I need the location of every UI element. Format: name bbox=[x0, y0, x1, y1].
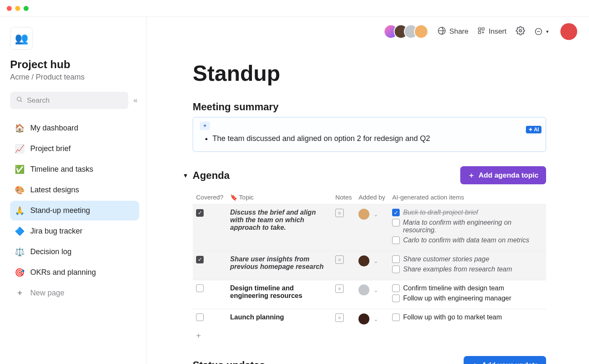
col-topic[interactable]: 🔖Topic bbox=[227, 190, 332, 205]
action-item[interactable]: ✓Buck to draft project brief bbox=[392, 209, 543, 216]
sidebar-item-label: Timeline and tasks bbox=[30, 165, 93, 174]
sidebar-item-label: OKRs and planning bbox=[30, 268, 96, 277]
workspace-icon[interactable]: 👥 bbox=[10, 27, 33, 50]
covered-checkbox[interactable]: ✓ bbox=[196, 256, 204, 263]
col-added-by[interactable]: Added by bbox=[355, 190, 389, 205]
user-avatar[interactable] bbox=[560, 23, 577, 40]
globe-icon bbox=[438, 27, 446, 37]
action-item[interactable]: Follow up with engineering manager bbox=[392, 295, 543, 302]
table-row[interactable]: Design timeline and engineering resource… bbox=[193, 280, 546, 309]
topic-cell[interactable]: Launch planning bbox=[230, 314, 284, 321]
figma-icon: 🎨 bbox=[15, 185, 24, 195]
insert-button[interactable]: Insert bbox=[478, 27, 507, 37]
sidebar-item-project-brief[interactable]: 📈 Project brief bbox=[10, 139, 139, 159]
avatar[interactable] bbox=[358, 314, 369, 324]
settings-button[interactable] bbox=[516, 26, 525, 37]
table-row[interactable]: Launch planning ≡ ⌄ Follow up with go to… bbox=[193, 309, 546, 329]
notes-icon[interactable]: ≡ bbox=[335, 255, 344, 264]
jira-icon: 🔷 bbox=[15, 226, 24, 236]
plus-icon: + bbox=[15, 288, 24, 298]
topic-cell[interactable]: Share user insights from previous homepa… bbox=[230, 255, 324, 270]
action-checkbox[interactable] bbox=[392, 266, 400, 273]
presence-avatars[interactable] bbox=[388, 24, 428, 39]
add-row-button[interactable]: + bbox=[193, 329, 546, 343]
add-update-label: Add your update bbox=[482, 361, 539, 364]
chevron-down-icon[interactable]: ⌄ bbox=[374, 211, 378, 218]
sidebar-item-standup-meeting[interactable]: 🙏 Stand-up meeting bbox=[10, 201, 139, 221]
action-item[interactable]: Confirm timeline with design team bbox=[392, 284, 543, 292]
status-heading: Status updates bbox=[193, 359, 265, 364]
table-row[interactable]: ✓ Share user insights from previous home… bbox=[193, 251, 546, 280]
action-item[interactable]: Share customer stories page bbox=[392, 255, 543, 263]
sidebar-item-label: Stand-up meeting bbox=[30, 206, 90, 215]
sidebar-item-decision-log[interactable]: ⚖️ Decision log bbox=[10, 242, 139, 262]
search-placeholder: Search bbox=[27, 96, 50, 105]
action-item[interactable]: Follow up with go to market team bbox=[392, 314, 543, 321]
sidebar-collapse-button[interactable]: « bbox=[132, 96, 139, 105]
summary-bullet[interactable]: The team discussed and aligned on option… bbox=[212, 134, 539, 143]
action-checkbox[interactable] bbox=[392, 284, 400, 292]
sparkle-icon: ✦ bbox=[200, 122, 210, 130]
chevron-down-icon[interactable]: ⌄ bbox=[374, 258, 378, 264]
col-ai-actions[interactable]: AI-generated action items bbox=[389, 190, 546, 205]
ai-summary-box[interactable]: ✦ The team discussed and aligned on opti… bbox=[193, 117, 546, 152]
action-checkbox[interactable] bbox=[392, 295, 400, 302]
window-maximize-button[interactable] bbox=[24, 6, 29, 11]
bookmark-icon: 🔖 bbox=[230, 194, 237, 201]
action-checkbox[interactable] bbox=[392, 255, 400, 263]
window-close-button[interactable] bbox=[7, 6, 12, 11]
chevron-down-icon[interactable]: ⌄ bbox=[374, 316, 378, 322]
collapse-toggle-icon[interactable]: ▼ bbox=[183, 172, 188, 179]
action-checkbox[interactable] bbox=[392, 314, 400, 321]
sidebar-item-my-dashboard[interactable]: 🏠 My dashboard bbox=[10, 118, 139, 138]
avatar[interactable] bbox=[358, 209, 369, 220]
add-your-update-button[interactable]: ＋ Add your update bbox=[464, 356, 546, 364]
action-item[interactable]: Carlo to confirm with data team on metri… bbox=[392, 236, 543, 244]
col-notes[interactable]: Notes bbox=[332, 190, 355, 205]
col-covered[interactable]: Covered? bbox=[193, 190, 227, 205]
svg-rect-5 bbox=[479, 31, 481, 33]
comments-button[interactable]: ▾ bbox=[534, 27, 549, 36]
action-item[interactable]: Maria to confirm with engineering on res… bbox=[392, 219, 543, 234]
sidebar-item-timeline-tasks[interactable]: ✅ Timeline and tasks bbox=[10, 159, 139, 179]
notes-icon[interactable]: ≡ bbox=[335, 209, 344, 217]
covered-checkbox[interactable] bbox=[196, 284, 204, 292]
grid-plus-icon bbox=[478, 27, 485, 37]
add-agenda-topic-button[interactable]: ＋ Add agenda topic bbox=[460, 166, 546, 184]
avatar[interactable] bbox=[358, 255, 369, 266]
document-content: Standup Meeting summary ✦ The team discu… bbox=[167, 46, 571, 364]
home-icon: 🏠 bbox=[15, 123, 24, 133]
search-input[interactable]: Search bbox=[10, 92, 128, 109]
avatar[interactable] bbox=[358, 284, 369, 295]
action-item[interactable]: Share examples from research team bbox=[392, 266, 543, 273]
action-checkbox[interactable]: ✓ bbox=[392, 209, 400, 216]
breadcrumb[interactable]: Acme / Product teams bbox=[10, 73, 139, 82]
ai-badge[interactable]: ✦ AI bbox=[526, 126, 541, 133]
notes-icon[interactable]: ≡ bbox=[335, 284, 344, 293]
workspace-title: Project hub bbox=[10, 58, 139, 71]
window-chrome bbox=[0, 0, 589, 17]
share-button[interactable]: Share bbox=[438, 27, 468, 37]
chevron-down-icon[interactable]: ⌄ bbox=[374, 287, 378, 293]
window-minimize-button[interactable] bbox=[15, 6, 20, 11]
new-page-button[interactable]: + New page bbox=[10, 283, 139, 303]
page-title[interactable]: Standup bbox=[193, 61, 546, 86]
covered-checkbox[interactable] bbox=[196, 314, 204, 321]
topic-cell[interactable]: Discuss the brief and align with the tea… bbox=[230, 209, 316, 231]
table-row[interactable]: ✓ Discuss the brief and align with the t… bbox=[193, 205, 546, 251]
chart-icon: 📈 bbox=[15, 144, 24, 154]
action-checkbox[interactable] bbox=[392, 236, 400, 244]
sidebar-item-jira-bug-tracker[interactable]: 🔷 Jira bug tracker bbox=[10, 221, 139, 241]
new-page-label: New page bbox=[30, 289, 64, 298]
topic-cell[interactable]: Design timeline and engineering resource… bbox=[230, 284, 302, 299]
plus-icon: ＋ bbox=[471, 360, 478, 364]
avatar[interactable] bbox=[414, 24, 428, 39]
covered-checkbox[interactable]: ✓ bbox=[196, 209, 204, 217]
notes-icon[interactable]: ≡ bbox=[335, 314, 344, 322]
sidebar-item-okrs-planning[interactable]: 🎯 OKRs and planning bbox=[10, 263, 139, 282]
action-checkbox[interactable] bbox=[392, 219, 400, 226]
sidebar-item-label: Decision log bbox=[30, 247, 72, 256]
sidebar-item-latest-designs[interactable]: 🎨 Latest designs bbox=[10, 180, 139, 200]
main-panel: Share Insert ▾ Standup Meeting summary ✦ bbox=[146, 17, 589, 364]
agenda-table: Covered? 🔖Topic Notes Added by AI-genera… bbox=[193, 190, 546, 329]
